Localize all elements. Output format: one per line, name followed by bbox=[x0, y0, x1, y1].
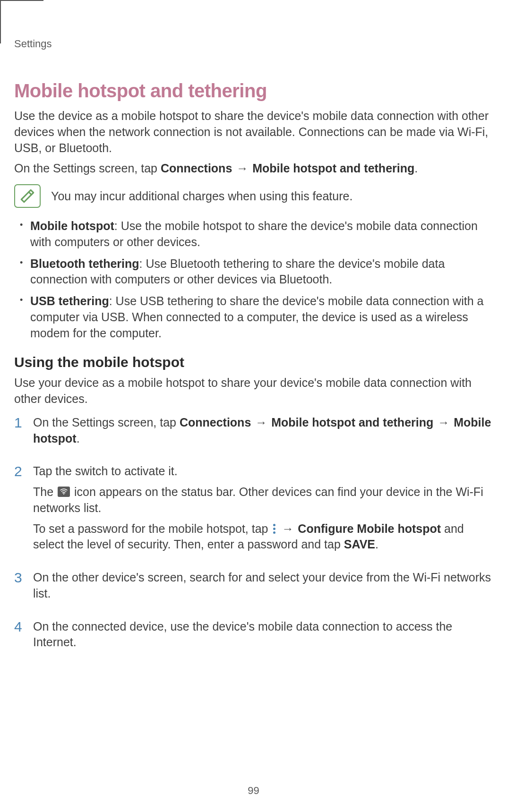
step-number: 4 bbox=[14, 619, 26, 656]
note-callout: You may incur additional charges when us… bbox=[14, 184, 493, 208]
arrow-icon: → bbox=[438, 416, 449, 429]
list-item: USB tethering: Use USB tethering to shar… bbox=[30, 293, 493, 341]
more-options-icon bbox=[273, 524, 275, 534]
step-nav-tethering: Mobile hotspot and tethering bbox=[271, 416, 433, 429]
text-fragment: The bbox=[33, 485, 57, 498]
breadcrumb: Settings bbox=[14, 38, 493, 50]
step-body: Tap the switch to activate it. The icon … bbox=[33, 463, 493, 557]
step-body: On the other device's screen, search for… bbox=[33, 570, 493, 607]
step-number: 3 bbox=[14, 570, 26, 607]
configure-hotspot-label: Configure Mobile hotspot bbox=[298, 522, 441, 535]
text-fragment: To set a password for the mobile hotspot… bbox=[33, 522, 271, 535]
period: . bbox=[375, 538, 378, 551]
step-2: 2 Tap the switch to activate it. The ico… bbox=[14, 463, 493, 557]
hotspot-statusbar-icon bbox=[58, 487, 70, 497]
period: . bbox=[414, 162, 418, 175]
save-label: SAVE bbox=[344, 538, 375, 551]
step-prefix: On the Settings screen, tap bbox=[33, 416, 180, 429]
arrow-icon: → bbox=[282, 522, 293, 535]
step-text: On the other device's screen, search for… bbox=[33, 570, 493, 602]
intro-paragraph: Use the device as a mobile hotspot to sh… bbox=[14, 108, 493, 156]
nav-prefix: On the Settings screen, tap bbox=[14, 162, 161, 175]
step-1: 1 On the Settings screen, tap Connection… bbox=[14, 415, 493, 452]
list-item: Mobile hotspot: Use the mobile hotspot t… bbox=[30, 218, 493, 250]
subheading: Using the mobile hotspot bbox=[14, 354, 493, 370]
period: . bbox=[77, 432, 80, 445]
list-item: Bluetooth tethering: Use Bluetooth tethe… bbox=[30, 256, 493, 288]
feature-label: USB tethering bbox=[30, 294, 109, 308]
page-title: Mobile hotspot and tethering bbox=[14, 80, 493, 102]
subintro-paragraph: Use your device as a mobile hotspot to s… bbox=[14, 375, 493, 407]
step-number: 1 bbox=[14, 415, 26, 452]
arrow-icon: → bbox=[236, 162, 248, 175]
step-line-2: The icon appears on the status bar. Othe… bbox=[33, 484, 493, 516]
nav-connections: Connections bbox=[161, 162, 232, 175]
arrow-icon: → bbox=[255, 416, 267, 429]
step-body: On the connected device, use the device'… bbox=[33, 619, 493, 656]
step-line-3: To set a password for the mobile hotspot… bbox=[33, 521, 493, 553]
svg-point-0 bbox=[63, 494, 64, 495]
feature-label: Bluetooth tethering bbox=[30, 257, 139, 270]
step-body: On the Settings screen, tap Connections … bbox=[33, 415, 493, 452]
note-icon bbox=[14, 184, 41, 208]
feature-list: Mobile hotspot: Use the mobile hotspot t… bbox=[14, 218, 493, 341]
nav-hotspot-tethering: Mobile hotspot and tethering bbox=[252, 162, 414, 175]
step-nav-connections: Connections bbox=[180, 416, 251, 429]
steps-list: 1 On the Settings screen, tap Connection… bbox=[14, 415, 493, 655]
text-fragment: icon appears on the status bar. Other de… bbox=[33, 485, 483, 514]
step-line-1: Tap the switch to activate it. bbox=[33, 463, 493, 479]
page-number: 99 bbox=[0, 785, 507, 797]
nav-path-line: On the Settings screen, tap Connections … bbox=[14, 161, 493, 177]
step-4: 4 On the connected device, use the devic… bbox=[14, 619, 493, 656]
feature-label: Mobile hotspot bbox=[30, 219, 114, 232]
corner-border-decoration bbox=[0, 0, 43, 43]
step-text: On the connected device, use the device'… bbox=[33, 619, 493, 651]
step-3: 3 On the other device's screen, search f… bbox=[14, 570, 493, 607]
step-number: 2 bbox=[14, 463, 26, 557]
note-text: You may incur additional charges when us… bbox=[51, 189, 352, 203]
